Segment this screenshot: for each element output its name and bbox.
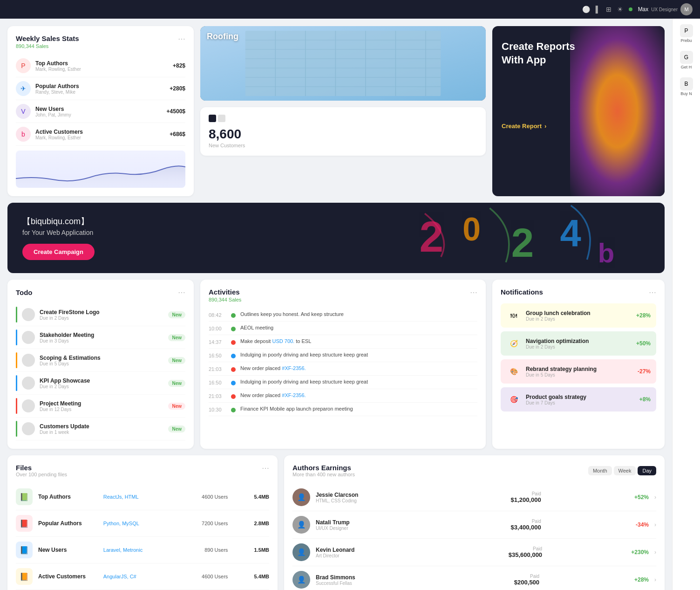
chevron-right-icon[interactable]: › (654, 521, 656, 528)
author-name: Jessie Clarcson (316, 492, 505, 498)
sidebar-item-geth[interactable]: G Get H (680, 51, 693, 70)
activity-time: 21:03 (209, 392, 226, 399)
author-name: Kevin Leonard (316, 547, 503, 553)
todo-info: Project Meeting Due in 12 Days (40, 400, 163, 412)
activity-dot (231, 340, 236, 345)
user-avatar[interactable]: M (680, 3, 693, 15)
todo-due: Due in 5 Days (40, 361, 163, 366)
user-name: Max (638, 6, 649, 13)
chevron-right-icon[interactable]: › (654, 494, 656, 501)
weekly-sales-menu[interactable]: ⋯ (178, 34, 185, 43)
notif-value: +28% (636, 312, 651, 319)
period-day-button[interactable]: Day (638, 466, 656, 475)
sidebar-item-buyn[interactable]: B Buy N (680, 77, 693, 96)
author-change: +230% (555, 549, 649, 556)
todo-avatar (22, 308, 35, 321)
activity-link[interactable]: #XF-2356. (282, 365, 306, 371)
todo-bar (16, 375, 17, 391)
notif-info: Rebrand strategy planning Due in 5 Days (526, 366, 633, 377)
notif-title: Rebrand strategy planning (526, 366, 633, 372)
user-role: UX Designer (651, 7, 678, 12)
activity-dot (231, 313, 236, 318)
todo-item: Create FireStone Logo Due in 2 Days New (16, 303, 185, 326)
grid-icon[interactable]: ⊞ (606, 6, 612, 13)
files-menu[interactable]: ⋯ (262, 464, 269, 473)
file-tech: Laravel, Metronic (103, 547, 175, 553)
author-paid-label: Paid (533, 546, 542, 551)
activity-link[interactable]: #XF-2356. (282, 392, 306, 398)
notif-value: +50% (636, 340, 651, 347)
svg-rect-1 (245, 31, 441, 96)
file-name: Popular Authors (38, 520, 98, 527)
author-amount: $35,600,000 (509, 551, 542, 558)
author-name: Natali Trump (316, 519, 505, 526)
notif-item: 🎨 Rebrand strategy planning Due in 5 Day… (501, 359, 656, 384)
notif-title: Product goals strategy (526, 394, 635, 400)
create-report-link[interactable]: Create Report › (502, 123, 655, 130)
stat-info: Popular Authors Randy, Steve, Mike (35, 83, 165, 95)
activity-text: New order placed #XF-2356. (240, 392, 477, 398)
period-month-button[interactable]: Month (588, 466, 612, 475)
todo-list: Create FireStone Logo Due in 2 Days New … (16, 303, 185, 440)
author-row: 👤 Kevin Leonard Art Director Paid $35,60… (292, 539, 656, 566)
todo-due: Due in 12 Days (40, 407, 163, 412)
file-row: 📙 Active Customers AngularJS, C# 4600 Us… (16, 563, 269, 590)
todo-item: Customers Update Due in 1 week New (16, 418, 185, 440)
create-campaign-button[interactable]: Create Campaign (22, 244, 95, 260)
activities-subtitle: 890,344 Sales (209, 297, 241, 302)
notif-info: Navigation optimization Due in 2 Days (526, 338, 632, 350)
notif-list: 🍽 Group lunch celebration Due in 2 Days … (501, 303, 656, 412)
stat-info: Top Authors Mark, Rowling, Esther (35, 60, 168, 72)
activity-time: 08:42 (209, 311, 226, 318)
todo-title: Todo (16, 288, 33, 296)
todo-due: Due in 3 Days (40, 338, 163, 343)
author-paid: Paid $3,400,000 (511, 519, 541, 531)
new-customers-number: 8,600 (209, 127, 477, 142)
notif-icon: 🎯 (506, 392, 521, 407)
notif-value: -27% (638, 368, 651, 375)
author-avatar: 👤 (292, 516, 310, 534)
file-row: 📗 Top Authors ReactJs, HTML 4600 Users 5… (16, 484, 269, 510)
stat-name: Popular Authors (35, 83, 165, 89)
todo-item: Scoping & Estimations Due in 5 Days New (16, 349, 185, 372)
nc-icon-light (218, 115, 225, 122)
todo-menu[interactable]: ⋯ (178, 288, 185, 297)
activities-menu[interactable]: ⋯ (470, 288, 477, 297)
notifications-menu[interactable]: ⋯ (649, 288, 656, 297)
search-icon[interactable]: ⚪ (582, 6, 590, 13)
author-row: 👤 Jessie Clarcson HTML, CSS Coding Paid … (292, 484, 656, 511)
author-info: Kevin Leonard Art Director (316, 547, 503, 558)
campaign-banner: 【biqubiqu.com】 for Your Web Application … (7, 203, 665, 273)
todo-name: KPI App Showcase (40, 377, 163, 384)
author-role: Art Director (316, 553, 503, 558)
notif-item: 🍽 Group lunch celebration Due in 2 Days … (501, 303, 656, 328)
sidebar-label-prebu: Prebu (680, 38, 692, 43)
period-week-button[interactable]: Week (614, 466, 636, 475)
todo-due: Due in 2 Days (40, 384, 163, 389)
activity-row: 16:50 Indulging in poorly driving and ke… (209, 349, 477, 362)
user-profile[interactable]: Max UX Designer M (638, 3, 693, 15)
author-change: +28% (552, 576, 649, 583)
chevron-right-icon[interactable]: › (654, 549, 656, 556)
author-info: Jessie Clarcson HTML, CSS Coding (316, 492, 505, 503)
weekly-sales-title: Weekly Sales Stats (16, 34, 79, 42)
author-list: 👤 Jessie Clarcson HTML, CSS Coding Paid … (292, 484, 656, 590)
author-paid: Paid $1,200,000 (511, 491, 541, 503)
sidebar-item-prebu[interactable]: P Prebu (680, 24, 693, 43)
notif-due: Due in 5 Days (526, 372, 633, 377)
author-paid-label: Paid (532, 491, 541, 496)
file-size: 5.4MB (233, 494, 269, 500)
notif-title: Group lunch celebration (526, 310, 632, 316)
activity-link[interactable]: USD 700. (272, 338, 294, 344)
todo-name: Customers Update (40, 423, 163, 430)
brightness-icon[interactable]: ☀ (617, 6, 623, 13)
todo-card: Todo ⋯ Create FireStone Logo Due in 2 Da… (7, 280, 194, 449)
top-navigation: ⚪ ▌ ⊞ ☀ Max UX Designer M (0, 0, 700, 19)
chevron-right-icon[interactable]: › (654, 576, 656, 583)
bars-icon[interactable]: ▌ (596, 6, 600, 13)
notif-due: Due in 7 Days (526, 400, 635, 405)
todo-bar (16, 352, 17, 368)
stat-icon: V (16, 104, 31, 119)
todo-item: KPI App Showcase Due in 2 Days New (16, 372, 185, 395)
right-sidebar: P Prebu G Get H B Buy N (672, 19, 700, 590)
